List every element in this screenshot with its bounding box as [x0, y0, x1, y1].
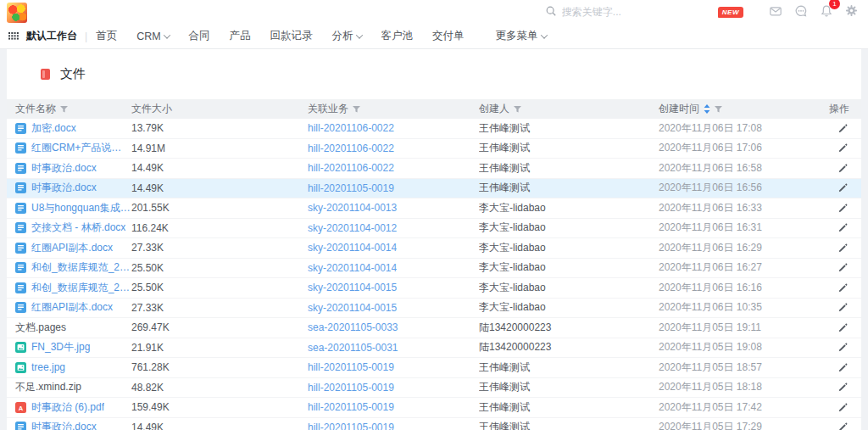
table-row[interactable]: 不足.xmind.zip48.82Khill-20201105-0019王伟峰测…	[7, 378, 861, 399]
related-business-link[interactable]: sea-20201105-0031	[308, 342, 398, 354]
edit-pencil-icon[interactable]	[837, 322, 849, 333]
related-business-link[interactable]: sky-20201104-0014	[308, 262, 397, 274]
table-row[interactable]: 加密.docx13.79Khill-20201106-0022王伟峰测试2020…	[7, 119, 861, 139]
filter-funnel-icon[interactable]	[60, 106, 68, 113]
filter-funnel-icon[interactable]	[353, 106, 360, 113]
file-name-link[interactable]: 时事政治.docx	[31, 181, 97, 195]
creator-cell: 李大宝-lidabao	[479, 241, 659, 255]
file-size-cell: 27.33K	[131, 302, 308, 314]
app-launcher-button[interactable]	[8, 31, 19, 42]
chat-button[interactable]	[794, 4, 808, 20]
file-name-link[interactable]: U8与hongquan集成方案.docx	[31, 201, 131, 215]
created-time-cell: 2020年11月06日 16:56	[659, 181, 822, 195]
file-name-cell: 和创_数据库规范_20171124.doc	[7, 281, 131, 295]
nav-item-1[interactable]: 首页	[96, 29, 117, 43]
table-row[interactable]: 时事政治.docx14.49Khill-20201105-0019王伟峰测试20…	[7, 179, 861, 199]
edit-pencil-icon[interactable]	[837, 163, 849, 174]
related-business-link[interactable]: hill-20201105-0019	[308, 422, 394, 430]
related-business-link[interactable]: sea-20201105-0033	[308, 321, 398, 333]
edit-pencil-icon[interactable]	[837, 182, 849, 193]
created-time-cell: 2020年11月05日 18:18	[659, 380, 822, 394]
related-business-link[interactable]: hill-20201106-0022	[308, 142, 394, 154]
related-business-link[interactable]: hill-20201105-0019	[308, 182, 394, 194]
mail-button[interactable]	[769, 4, 782, 20]
related-business-link[interactable]: sky-20201104-0015	[308, 302, 397, 314]
file-name-cell: 红圈CRM+产品说明201901_前端...	[7, 141, 131, 155]
file-name-link[interactable]: 时事政治 (6).pdf	[31, 400, 104, 415]
related-business-link[interactable]: hill-20201105-0019	[308, 401, 394, 413]
file-name-link[interactable]: 红圈API副本.docx	[31, 300, 113, 315]
edit-pencil-icon[interactable]	[837, 203, 849, 214]
file-name-link[interactable]: 时事政治.docx	[31, 161, 97, 176]
file-name-link[interactable]: 红圈CRM+产品说明201901_前端...	[31, 141, 131, 155]
edit-pencil-icon[interactable]	[837, 262, 849, 273]
related-business-link[interactable]: hill-20201106-0022	[308, 122, 394, 134]
related-business-cell: hill-20201105-0019	[308, 401, 479, 413]
file-name-link[interactable]: 和创_数据库规范_20171124.doc	[31, 281, 131, 295]
file-name-link[interactable]: 时事政治.docx	[31, 420, 97, 430]
column-header-label: 文件名称	[15, 102, 56, 116]
table-row[interactable]: 红圈API副本.docx27.33Ksky-20201104-0014李大宝-l…	[7, 238, 861, 259]
edit-pencil-icon[interactable]	[837, 222, 849, 233]
related-business-link[interactable]: sky-20201104-0015	[308, 282, 397, 293]
nav-item-5[interactable]: 回款记录	[270, 29, 313, 43]
edit-pencil-icon[interactable]	[837, 123, 849, 134]
related-business-cell: sea-20201105-0033	[308, 321, 479, 333]
table-row[interactable]: U8与hongquan集成方案.docx201.55Ksky-20201104-…	[7, 198, 861, 219]
file-name-link[interactable]: tree.jpg	[31, 361, 65, 373]
table-row[interactable]: 交接文档 - 林桥.docx116.24Ksky-20201104-0012李大…	[7, 219, 861, 239]
edit-pencil-icon[interactable]	[837, 302, 849, 313]
file-name-link[interactable]: 和创_数据库规范_20171124.doc	[31, 260, 131, 275]
edit-pencil-icon[interactable]	[837, 382, 849, 393]
sort-arrows-icon[interactable]	[704, 104, 710, 114]
edit-pencil-icon[interactable]	[837, 142, 849, 154]
table-row[interactable]: 和创_数据库规范_20171124.doc25.50Ksky-20201104-…	[7, 278, 861, 299]
table-row[interactable]: 时事政治.docx14.49Khill-20201106-0022王伟峰测试20…	[7, 159, 861, 179]
nav-item-3[interactable]: 合同	[189, 29, 210, 43]
file-name-link[interactable]: FN_3D牛.jpg	[31, 340, 90, 355]
nav-item-8[interactable]: 交付单	[432, 29, 465, 43]
nav-item-4[interactable]: 产品	[230, 29, 251, 43]
table-row[interactable]: 时事政治.docx14.49Khill-20201105-0019王伟峰测试20…	[7, 418, 861, 430]
global-search[interactable]	[545, 5, 655, 20]
app-logo[interactable]	[7, 3, 27, 23]
filter-funnel-icon[interactable]	[715, 106, 722, 113]
related-business-link[interactable]: sky-20201104-0014	[308, 242, 397, 254]
related-business-cell: hill-20201106-0022	[308, 122, 479, 134]
doc-file-icon	[15, 222, 26, 233]
action-cell	[822, 163, 861, 174]
notifications-button[interactable]: 1	[820, 4, 833, 20]
workspace-title[interactable]: 默认工作台	[26, 29, 77, 43]
settings-button[interactable]	[845, 4, 858, 20]
nav-item-6[interactable]: 分析	[332, 29, 362, 43]
related-business-link[interactable]: sky-20201104-0012	[308, 222, 397, 234]
file-name-link[interactable]: 交接文档 - 林桥.docx	[31, 221, 125, 235]
files-panel: 文件 文件名称文件大小关联业务创建人创建时间操作 加密.docx13.79Khi…	[7, 49, 861, 430]
image-file-icon	[15, 362, 26, 373]
file-name-link[interactable]: 加密.docx	[31, 121, 76, 136]
table-row[interactable]: tree.jpg761.28Khill-20201105-0019王伟峰测试20…	[7, 358, 861, 378]
file-name-link[interactable]: 红圈API副本.docx	[31, 241, 113, 255]
filter-funnel-icon[interactable]	[514, 106, 521, 113]
table-row[interactable]: 和创_数据库规范_20171124.doc25.50Ksky-20201104-…	[7, 259, 861, 279]
search-input[interactable]	[562, 6, 655, 18]
related-business-link[interactable]: hill-20201106-0022	[308, 162, 394, 174]
related-business-link[interactable]: hill-20201105-0019	[308, 382, 394, 394]
edit-pencil-icon[interactable]	[837, 243, 849, 254]
edit-pencil-icon[interactable]	[837, 362, 849, 373]
table-row[interactable]: A时事政治 (6).pdf159.49Khill-20201105-0019王伟…	[7, 398, 861, 418]
edit-pencil-icon[interactable]	[837, 402, 849, 413]
related-business-link[interactable]: sky-20201104-0013	[308, 202, 397, 214]
table-row[interactable]: FN_3D牛.jpg21.91Ksea-20201105-0031陆134200…	[7, 338, 861, 359]
table-row[interactable]: 文档.pages269.47Ksea-20201105-0033陆1342000…	[7, 318, 861, 338]
edit-pencil-icon[interactable]	[837, 342, 849, 353]
nav-item-9[interactable]: 更多菜单	[496, 29, 547, 43]
table-row[interactable]: 红圈API副本.docx27.33Ksky-20201104-0015李大宝-l…	[7, 299, 861, 319]
action-cell	[822, 282, 861, 293]
table-row[interactable]: 红圈CRM+产品说明201901_前端...14.91Mhill-2020110…	[7, 139, 861, 159]
edit-pencil-icon[interactable]	[837, 422, 849, 430]
nav-item-2[interactable]: CRM	[136, 31, 169, 42]
related-business-link[interactable]: hill-20201105-0019	[308, 361, 394, 373]
nav-item-7[interactable]: 客户池	[381, 29, 414, 43]
edit-pencil-icon[interactable]	[837, 282, 849, 293]
